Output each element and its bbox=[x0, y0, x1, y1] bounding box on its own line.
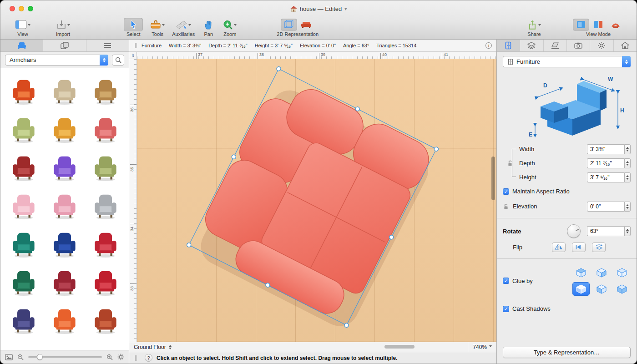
tab-list[interactable] bbox=[86, 40, 129, 51]
search-button[interactable] bbox=[112, 55, 124, 66]
horizontal-scrollbar[interactable] bbox=[384, 345, 415, 349]
library-item-armchair[interactable] bbox=[85, 264, 126, 302]
close-button[interactable] bbox=[10, 6, 15, 11]
height-stepper[interactable] bbox=[624, 172, 631, 182]
floor-canvas[interactable] bbox=[137, 59, 496, 342]
glue-sides-button[interactable] bbox=[613, 282, 631, 296]
cast-shadows-checkbox[interactable]: ✓ bbox=[503, 306, 509, 312]
vertical-scrollbar[interactable] bbox=[491, 157, 495, 200]
glue-right-button[interactable] bbox=[593, 266, 610, 279]
tab-materials[interactable] bbox=[43, 40, 86, 51]
tab-house[interactable] bbox=[614, 40, 637, 51]
toolbar-zoom[interactable]: Zoom bbox=[223, 18, 237, 37]
library-item-armchair[interactable] bbox=[3, 264, 44, 302]
glue-left-button[interactable] bbox=[593, 282, 610, 296]
glue-by-checkbox[interactable]: ✓ bbox=[503, 278, 509, 284]
help-button[interactable]: ? bbox=[145, 354, 152, 362]
glue-floor-button-selected[interactable] bbox=[572, 282, 590, 296]
floor-selector[interactable]: Ground Floor bbox=[129, 344, 176, 351]
toolbar-auxiliaries[interactable]: Auxiliaries bbox=[172, 18, 195, 37]
library-item-armchair[interactable] bbox=[85, 302, 126, 340]
stat-height: Height = 3' 7 ⁵⁄₁₆" bbox=[255, 43, 293, 48]
minimize-button[interactable] bbox=[19, 6, 24, 11]
library-item-armchair[interactable] bbox=[3, 226, 44, 264]
toolbar-share[interactable]: Share bbox=[527, 18, 541, 37]
divider bbox=[497, 218, 637, 218]
view-mode-2d-button[interactable] bbox=[573, 19, 589, 31]
elevation-stepper[interactable] bbox=[624, 202, 631, 212]
textured-mode-button[interactable] bbox=[298, 19, 314, 31]
view-mode-split-button[interactable] bbox=[590, 19, 607, 31]
toolbar-import[interactable]: Import bbox=[56, 18, 70, 37]
toolbar-view[interactable]: View bbox=[15, 18, 30, 37]
elevation-lock-icon[interactable] bbox=[503, 203, 513, 210]
lock-icon[interactable] bbox=[507, 160, 513, 168]
titlebar[interactable]: house — Edited ▾ bbox=[0, 0, 637, 17]
floors-icon bbox=[527, 42, 536, 49]
drag-grip-icon[interactable] bbox=[134, 43, 137, 48]
rotate-input[interactable]: 63° bbox=[587, 226, 624, 236]
library-item-armchair[interactable] bbox=[3, 111, 44, 149]
zoom-plus-icon bbox=[223, 20, 233, 30]
library-item-armchair[interactable] bbox=[3, 73, 44, 111]
slider-thumb[interactable] bbox=[37, 354, 43, 360]
library-item-armchair[interactable] bbox=[44, 187, 85, 226]
tab-camera[interactable] bbox=[567, 40, 590, 51]
library-item-armchair[interactable] bbox=[44, 302, 85, 340]
view-mode-3d-button[interactable] bbox=[607, 19, 624, 31]
zoom-in-icon[interactable] bbox=[106, 354, 113, 360]
tab-eraser[interactable] bbox=[544, 40, 567, 51]
library-item-armchair[interactable] bbox=[3, 187, 44, 226]
type-representation-button[interactable]: Type & Representation… bbox=[503, 347, 631, 358]
library-item-armchair[interactable] bbox=[85, 111, 126, 149]
maintain-aspect-checkbox[interactable]: ✓ bbox=[503, 188, 509, 195]
glue-top-button[interactable] bbox=[572, 266, 590, 279]
depth-input[interactable]: 2' 11 ⁷⁄₁₆" bbox=[587, 158, 624, 168]
library-item-armchair[interactable] bbox=[85, 73, 126, 111]
wireframe-mode-button[interactable] bbox=[281, 19, 297, 31]
library-item-armchair[interactable] bbox=[44, 111, 85, 149]
library-item-armchair[interactable] bbox=[3, 149, 44, 187]
zoom-level-select[interactable]: 740% bbox=[468, 342, 496, 352]
category-select[interactable]: Armchairs bbox=[5, 55, 108, 66]
library-item-armchair[interactable] bbox=[3, 302, 44, 340]
tab-building-properties[interactable] bbox=[520, 40, 543, 51]
tab-light[interactable] bbox=[590, 40, 613, 51]
elevation-input[interactable]: 0' 0" bbox=[587, 202, 624, 212]
thumbnail-view-icon[interactable] bbox=[5, 354, 13, 360]
title-chevron-icon[interactable]: ▾ bbox=[344, 6, 347, 11]
library-item-armchair[interactable] bbox=[44, 264, 85, 302]
inspector-category-select[interactable]: Furniture bbox=[503, 56, 631, 67]
toolbar-pan[interactable]: Pan bbox=[204, 18, 213, 37]
status-bar: ? Click an object to select. Hold Shift … bbox=[129, 352, 496, 364]
toolbar-tools[interactable]: Tools bbox=[150, 18, 165, 37]
glue-all-button[interactable] bbox=[613, 266, 631, 279]
width-stepper[interactable] bbox=[624, 144, 631, 154]
info-icon[interactable]: i bbox=[485, 42, 492, 49]
thumbnail-size-slider[interactable] bbox=[28, 356, 102, 358]
library-item-armchair[interactable] bbox=[44, 149, 85, 187]
library-item-armchair[interactable] bbox=[85, 187, 126, 226]
depth-stepper[interactable] bbox=[624, 158, 631, 168]
library-search-row: Armchairs bbox=[0, 52, 129, 68]
height-input[interactable]: 3' 7 ⁵⁄₁₆" bbox=[587, 172, 624, 182]
flip-horizontal-button[interactable] bbox=[552, 243, 566, 252]
flip-3d-button[interactable] bbox=[592, 243, 606, 252]
library-item-armchair[interactable] bbox=[44, 73, 85, 111]
flip-back-button[interactable] bbox=[572, 243, 586, 252]
width-input[interactable]: 3' 3⅜" bbox=[587, 144, 624, 154]
rotate-knob[interactable] bbox=[567, 224, 581, 238]
rotate-stepper[interactable] bbox=[624, 226, 631, 236]
library-item-armchair[interactable] bbox=[85, 149, 126, 187]
tab-object-properties[interactable] bbox=[497, 40, 520, 51]
chevron-down-icon bbox=[162, 24, 165, 27]
gear-icon[interactable] bbox=[117, 354, 124, 360]
toolbar-select[interactable]: Select bbox=[124, 18, 143, 37]
tab-objects[interactable] bbox=[0, 40, 43, 51]
drag-grip-icon[interactable] bbox=[134, 355, 137, 361]
zoom-out-icon[interactable] bbox=[17, 354, 24, 360]
fullscreen-button[interactable] bbox=[28, 6, 33, 11]
selected-sofa-object[interactable] bbox=[137, 59, 496, 342]
library-item-armchair[interactable] bbox=[85, 226, 126, 264]
library-item-armchair[interactable] bbox=[44, 226, 85, 264]
